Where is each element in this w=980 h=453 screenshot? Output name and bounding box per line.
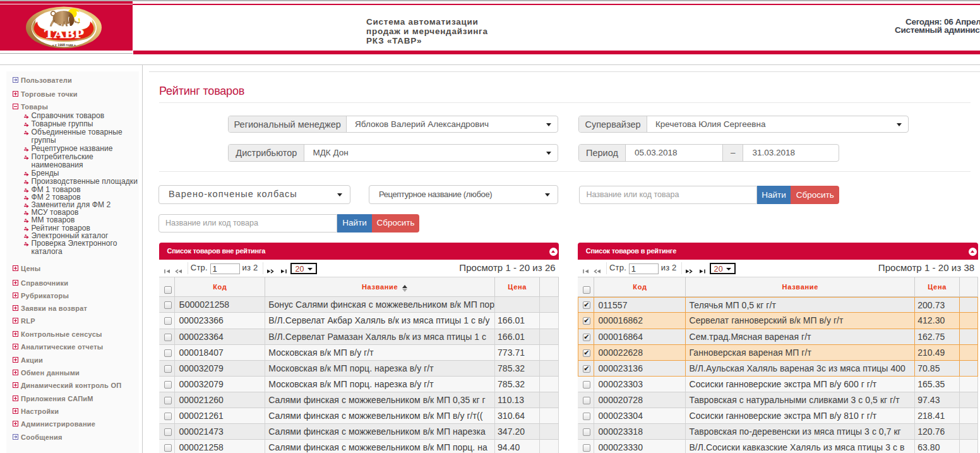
svg-text:ТАВР: ТАВР xyxy=(44,28,84,40)
svg-text:« с 1998 года »: « с 1998 года » xyxy=(52,43,76,47)
